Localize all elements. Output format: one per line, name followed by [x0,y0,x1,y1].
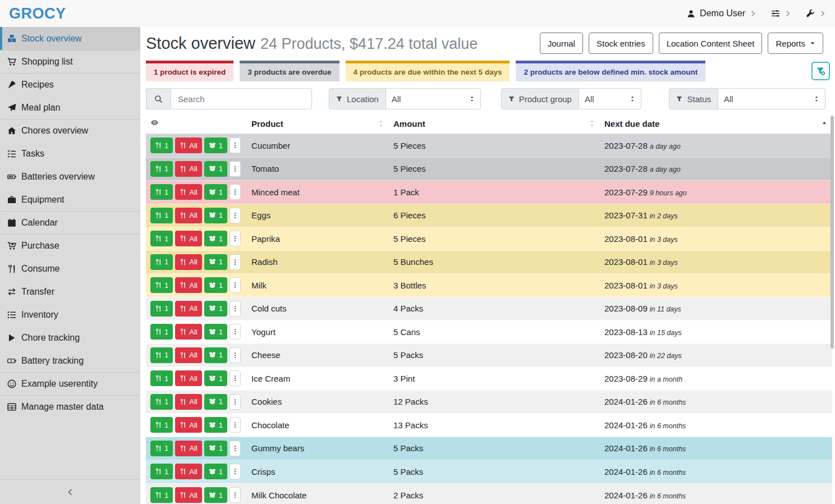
consume-all-button[interactable]: All [175,324,201,340]
row-menu-button[interactable] [230,161,241,177]
sidebar-collapse-button[interactable] [0,479,140,504]
consume-one-button[interactable]: 1 [150,464,173,479]
sidebar-item-stock-overview[interactable]: Stock overview [0,27,140,50]
consume-one-button[interactable]: 1 [150,184,173,200]
consume-all-button[interactable]: All [175,487,201,503]
settings-menu[interactable] [771,9,791,18]
sidebar-item-tasks[interactable]: Tasks [0,142,140,165]
consume-all-button[interactable]: All [175,161,201,177]
sidebar-item-shopping-list[interactable]: Shopping list [0,50,140,73]
consume-one-button[interactable]: 1 [150,277,173,293]
journal-button[interactable]: Journal [540,33,583,54]
consume-one-button[interactable]: 1 [150,208,173,223]
open-one-button[interactable]: 1 [204,464,227,479]
sidebar-item-equipment[interactable]: Equipment [0,188,140,211]
consume-all-button[interactable]: All [175,394,201,410]
row-menu-button[interactable] [230,464,241,479]
row-menu-button[interactable] [230,277,241,293]
consume-all-button[interactable]: All [175,254,201,270]
filter-select[interactable]: All [386,88,481,109]
row-menu-button[interactable] [230,324,241,340]
banner-due-soon[interactable]: 4 products are due within the next 5 day… [346,61,510,81]
consume-one-button[interactable]: 1 [150,441,173,456]
consume-all-button[interactable]: All [175,347,201,363]
sidebar-item-calendar[interactable]: Calendar [0,211,140,234]
open-one-button[interactable]: 1 [204,208,227,223]
open-one-button[interactable]: 1 [204,394,227,410]
open-one-button[interactable]: 1 [204,231,227,246]
filter-select[interactable]: All [579,88,641,109]
sidebar-item-inventory[interactable]: Inventory [0,303,140,326]
consume-all-button[interactable]: All [175,370,201,386]
consume-one-button[interactable]: 1 [150,138,173,153]
consume-one-button[interactable]: 1 [150,301,173,317]
sidebar-item-purchase[interactable]: Purchase [0,234,140,257]
sidebar-item-transfer[interactable]: Transfer [0,280,140,303]
consume-all-button[interactable]: All [175,464,201,479]
consume-all-button[interactable]: All [175,441,201,456]
consume-all-button[interactable]: All [175,301,201,317]
consume-one-button[interactable]: 1 [150,394,173,410]
open-one-button[interactable]: 1 [204,138,227,153]
stock-entries-button[interactable]: Stock entries [589,33,653,54]
open-one-button[interactable]: 1 [204,161,227,177]
open-one-button[interactable]: 1 [204,324,227,340]
consume-one-button[interactable]: 1 [150,254,173,270]
consume-all-button[interactable]: All [175,417,201,433]
user-menu[interactable]: Demo User [687,8,756,19]
next-due-date-column-header[interactable]: Next due date [600,116,832,134]
consume-all-button[interactable]: All [175,208,201,223]
sidebar-item-example-userentity[interactable]: Example userentity [0,372,140,395]
row-menu-button[interactable] [230,417,241,433]
search-input[interactable] [171,88,312,109]
open-one-button[interactable]: 1 [204,370,227,386]
row-menu-button[interactable] [230,301,241,317]
sidebar-item-batteries-overview[interactable]: Batteries overview [0,165,140,188]
scrollbar-thumb[interactable] [831,116,834,349]
row-menu-button[interactable] [230,208,241,223]
sidebar-item-battery-tracking[interactable]: Battery tracking [0,349,140,372]
row-menu-button[interactable] [230,184,241,200]
row-menu-button[interactable] [230,394,241,410]
consume-one-button[interactable]: 1 [150,370,173,386]
location-content-sheet-button[interactable]: Location Content Sheet [659,33,763,54]
row-menu-button[interactable] [230,254,241,270]
row-menu-button[interactable] [230,347,241,363]
open-one-button[interactable]: 1 [204,184,227,200]
consume-all-button[interactable]: All [175,277,201,293]
sidebar-item-chores-overview[interactable]: Chores overview [0,119,140,142]
consume-one-button[interactable]: 1 [150,161,173,177]
row-menu-button[interactable] [230,487,241,503]
banner-overdue[interactable]: 3 products are overdue [240,61,339,81]
consume-one-button[interactable]: 1 [150,324,173,340]
open-one-button[interactable]: 1 [204,277,227,293]
open-one-button[interactable]: 1 [204,301,227,317]
banner-expired[interactable]: 1 product is expired [146,61,233,81]
consume-one-button[interactable]: 1 [150,347,173,363]
sidebar-item-chore-tracking[interactable]: Chore tracking [0,326,140,349]
admin-menu[interactable] [806,9,826,18]
consume-one-button[interactable]: 1 [150,417,173,433]
sidebar-item-consume[interactable]: Consume [0,257,140,280]
amount-column-header[interactable]: Amount [389,116,600,134]
row-menu-button[interactable] [230,138,241,153]
open-one-button[interactable]: 1 [204,347,227,363]
open-one-button[interactable]: 1 [204,487,227,503]
open-one-button[interactable]: 1 [204,254,227,270]
sidebar-item-meal-plan[interactable]: Meal plan [0,96,140,119]
consume-one-button[interactable]: 1 [150,487,173,503]
sidebar-item-manage-master-data[interactable]: Manage master data [0,395,140,418]
filter-select[interactable]: All [718,88,825,109]
product-column-header[interactable]: Product [247,116,389,134]
open-one-button[interactable]: 1 [204,417,227,433]
consume-all-button[interactable]: All [175,231,201,246]
banner-below-min-stock[interactable]: 2 products are below defined min. stock … [516,61,705,81]
clear-filter-button[interactable] [811,62,830,80]
row-menu-button[interactable] [230,231,241,246]
row-menu-button[interactable] [230,370,241,386]
consume-all-button[interactable]: All [175,184,201,200]
row-menu-button[interactable] [230,441,241,456]
open-one-button[interactable]: 1 [204,441,227,456]
consume-one-button[interactable]: 1 [150,231,173,246]
reports-button[interactable]: Reports [768,33,823,54]
